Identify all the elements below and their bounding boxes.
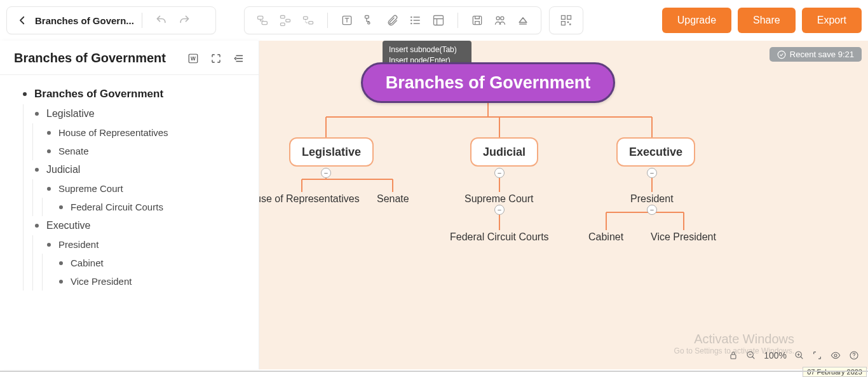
collapse-panel-icon[interactable]	[232, 51, 246, 65]
svg-rect-41	[731, 355, 736, 359]
attachment-icon[interactable]	[384, 11, 402, 29]
outline-label: Senate	[58, 146, 89, 156]
svg-rect-3	[286, 19, 290, 22]
upgrade-button[interactable]: Upgrade	[662, 8, 731, 33]
add-topic-icon[interactable]	[254, 11, 271, 29]
save-icon[interactable]	[468, 11, 486, 29]
help-icon[interactable]	[849, 350, 859, 360]
svg-rect-8	[365, 16, 369, 18]
node-root[interactable]: Branches of Government	[361, 62, 615, 103]
add-subtopic-icon[interactable]	[276, 11, 294, 29]
svg-rect-0	[258, 16, 263, 19]
svg-rect-1	[262, 22, 267, 25]
node-cabinet[interactable]: Cabinet	[588, 231, 623, 243]
zoom-out-icon[interactable]	[746, 350, 756, 360]
node-house[interactable]: use of Representatives	[259, 193, 360, 205]
svg-point-11	[410, 20, 412, 22]
layout-icon[interactable]	[430, 11, 447, 29]
node-judicial[interactable]: Judicial	[470, 137, 538, 167]
outline-label: Legislative	[46, 108, 95, 120]
top-toolbar: Branches of Govern... Upgrade Share Expo…	[0, 4, 868, 37]
list-icon[interactable]	[407, 11, 424, 29]
edit-toolbar	[244, 6, 541, 34]
collapse-toggle[interactable]: −	[647, 168, 657, 178]
node-vp[interactable]: Vice President	[651, 231, 716, 243]
svg-rect-6	[309, 22, 313, 24]
outline-item-federal[interactable]: Federal Circuit Courts	[43, 198, 254, 216]
share-button[interactable]: Share	[738, 8, 796, 33]
outline-item-supreme[interactable]: Supreme Court Federal Circuit Courts	[33, 179, 254, 216]
eye-icon[interactable]	[830, 350, 841, 360]
outline-item-cabinet[interactable]: Cabinet	[43, 254, 254, 272]
outline-label: Executive	[46, 220, 90, 231]
collapse-toggle[interactable]: −	[321, 168, 331, 178]
eject-icon[interactable]	[514, 11, 532, 29]
outline-label: Supreme Court	[58, 183, 123, 194]
collapse-toggle[interactable]: −	[494, 168, 505, 178]
svg-rect-18	[567, 16, 571, 20]
node-president[interactable]: President	[630, 193, 674, 205]
back-button[interactable]	[13, 11, 31, 29]
outline-label: Federal Circuit Courts	[71, 202, 163, 212]
svg-point-9	[368, 22, 370, 24]
save-status-badge: Recent save 9:21	[770, 47, 862, 62]
outline-sidebar: Branches of Government W Branches of Gov…	[0, 41, 259, 369]
node-federal[interactable]: Federal Circuit Courts	[450, 231, 549, 243]
document-title[interactable]: Branches of Govern...	[35, 15, 134, 26]
zoom-level: 100%	[764, 350, 787, 360]
lock-icon[interactable]	[728, 350, 738, 360]
svg-point-16	[501, 17, 504, 20]
svg-rect-19	[562, 22, 566, 25]
svg-rect-2	[281, 16, 285, 18]
svg-point-15	[496, 17, 499, 20]
outline-item-vp[interactable]: Vice President	[43, 272, 254, 291]
save-status-text: Recent save 9:21	[790, 50, 854, 59]
outline-item-president[interactable]: President Cabinet Vice President	[33, 235, 254, 291]
export-button[interactable]: Export	[802, 8, 862, 33]
word-icon[interactable]: W	[186, 51, 200, 65]
fullscreen-icon[interactable]	[812, 350, 822, 360]
undo-button[interactable]	[153, 11, 170, 29]
outline-item-judicial[interactable]: Judicial Supreme Court Federal Circuit C…	[24, 160, 254, 216]
svg-rect-21	[569, 24, 571, 25]
outline-label: Cabinet	[71, 257, 104, 268]
svg-rect-5	[304, 17, 308, 19]
collapse-toggle[interactable]: −	[647, 205, 657, 215]
zoom-in-icon[interactable]	[794, 350, 804, 360]
node-supreme[interactable]: Supreme Court	[465, 193, 534, 205]
redo-button[interactable]	[175, 11, 193, 29]
node-executive[interactable]: Executive	[616, 137, 695, 167]
bottom-bar	[0, 371, 868, 372]
node-senate[interactable]: Senate	[377, 193, 409, 205]
outline-label: Judicial	[46, 164, 80, 175]
svg-rect-20	[567, 22, 569, 24]
outline-item-executive[interactable]: Executive President Cabinet Vice Preside…	[24, 216, 254, 291]
relationship-icon[interactable]	[361, 11, 379, 29]
qr-icon[interactable]	[557, 11, 575, 29]
expand-icon[interactable]	[209, 51, 223, 65]
svg-point-10	[410, 17, 412, 18]
watermark-title: Activate Windows	[674, 332, 794, 346]
sidebar-header: Branches of Government W	[0, 41, 259, 75]
date-tooltip: 07 February 2023	[803, 367, 867, 377]
svg-rect-13	[434, 16, 444, 25]
collaborate-icon[interactable]	[491, 11, 509, 29]
outline-label: President	[58, 239, 98, 250]
text-icon[interactable]	[338, 11, 356, 29]
outline-root[interactable]: Branches of Government Legislative House…	[14, 84, 254, 291]
outline-item-house[interactable]: House of Representatives	[33, 123, 254, 142]
tooltip-line: Insert subnode(Tab)	[389, 45, 465, 55]
add-floating-icon[interactable]	[299, 11, 317, 29]
outline-item-legislative[interactable]: Legislative House of Representatives Sen…	[24, 104, 254, 160]
mindmap-canvas[interactable]: Recent save 9:21 Insert subnode(Tab) Ins…	[259, 41, 868, 369]
outline-item-senate[interactable]: Senate	[33, 142, 254, 160]
separator	[327, 13, 328, 28]
separator	[458, 13, 458, 28]
outline-label: Branches of Government	[34, 88, 163, 100]
collapse-toggle[interactable]: −	[494, 205, 505, 215]
node-legislative[interactable]: Legislative	[289, 137, 374, 167]
separator	[142, 13, 142, 28]
outline-label: Vice President	[71, 276, 132, 287]
svg-point-44	[834, 354, 837, 357]
svg-text:W: W	[191, 56, 196, 62]
